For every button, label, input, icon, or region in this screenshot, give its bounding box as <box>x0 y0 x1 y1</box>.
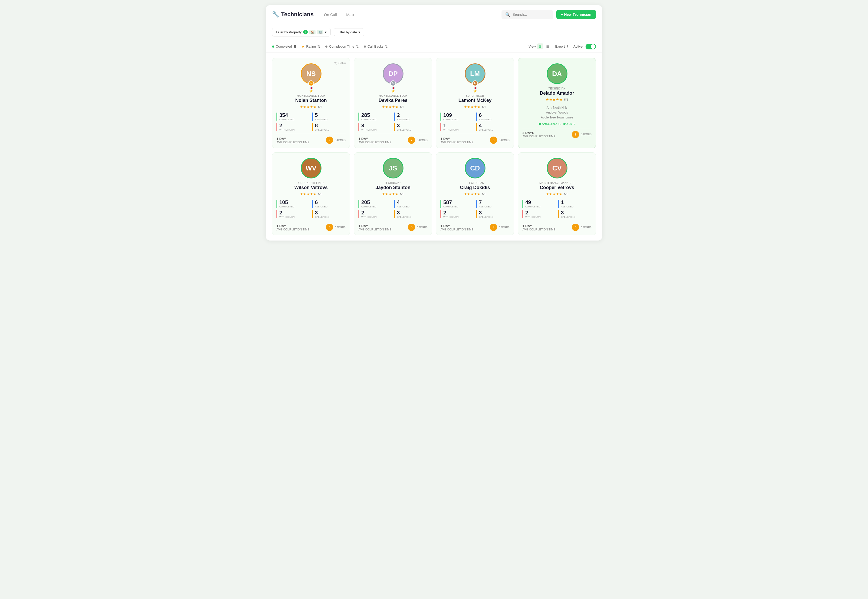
callbacks-bar <box>394 210 395 218</box>
completion-time-dot <box>325 45 328 48</box>
tech-card[interactable]: JS TECHNICIAN Jaydon Stanton ★★★★★ 5/5 2… <box>354 152 432 235</box>
completion-time-label: AVG COMPLETION TIME <box>277 228 309 231</box>
completed-value: 105 <box>279 200 295 205</box>
tech-card[interactable]: WV GROUNDSKEEPER Wilson Vetrovs ★★★★★ 5/… <box>272 152 350 235</box>
stat-assigned: 6 ASSIGNED <box>312 200 346 208</box>
stat-withdrawn: 2 WITHDRAWN <box>441 210 474 218</box>
withdrawn-bar <box>358 210 359 218</box>
completed-value: 354 <box>279 113 295 118</box>
badges-area: 7 BADGES <box>408 137 427 144</box>
withdrawn-label: WITHDRAWN <box>279 216 295 218</box>
rank-badge: 3st <box>472 80 478 86</box>
completed-label: COMPLETED <box>279 118 295 121</box>
tech-card[interactable]: Offline NS 1st 🎖️ MAINTENANCE TECH Nolan… <box>272 58 350 148</box>
stats-grid: 285 COMPLETED 2 ASSIGNED 3 WITHDRAWN <box>358 113 427 131</box>
completed-bar <box>522 200 523 208</box>
assigned-label: ASSIGNED <box>479 118 492 121</box>
stars-row: ★★★★★ 5/5 <box>522 98 591 102</box>
tech-card[interactable]: CD ELECTRICIAN Craig Dokidis ★★★★★ 5/5 5… <box>436 152 514 235</box>
tab-map[interactable]: Map <box>342 11 358 18</box>
export-button[interactable]: Export ⬇ <box>555 45 569 48</box>
avatar-area: CV <box>522 158 591 178</box>
avatar-area: LM 3st <box>441 63 510 84</box>
completion-time-value: 1 DAY <box>441 224 473 228</box>
avatar: DA <box>547 63 567 84</box>
completion-time-label: AVG COMPLETION TIME <box>441 228 473 231</box>
badges-label: BADGES <box>335 226 346 229</box>
stars-row: ★★★★★ 5/5 <box>358 105 427 109</box>
tab-on-call[interactable]: On Call <box>320 11 341 18</box>
tech-card[interactable]: LM 3st 🎖️ SUPERVISOR Lamont McKey ★★★★★ … <box>436 58 514 148</box>
withdrawn-value: 2 <box>443 210 459 215</box>
header-right: 🔍 + New Technician <box>501 10 596 19</box>
rating-label: 5/5 <box>482 105 486 108</box>
tech-card[interactable]: CV MAINTENANCE MANAGER Cooper Vetrovs ★★… <box>518 152 596 235</box>
withdrawn-bar <box>441 123 441 131</box>
filter-property-button[interactable]: Filter by Property 2 🏠 🏢 ▾ <box>272 28 331 36</box>
callbacks-value: 4 <box>479 123 493 128</box>
rating-label: 5/5 <box>318 105 322 108</box>
export-label: Export <box>555 45 565 48</box>
filter-date-button[interactable]: Filter by date ▾ <box>334 28 364 36</box>
tech-card[interactable]: DA TECHNICIAN Delado Amador ★★★★★ 5/5 Ar… <box>518 58 596 148</box>
withdrawn-value: 2 <box>361 210 376 215</box>
avatar: CV <box>547 158 567 178</box>
sort-callbacks[interactable]: Call Backs ⇅ <box>364 45 388 48</box>
completion-time-area: 1 DAY AVG COMPLETION TIME <box>522 224 555 231</box>
avatar-wrapper: DA <box>547 63 567 84</box>
avatar-wrapper: WV <box>301 158 322 178</box>
stat-callbacks: 8 CALLBACKS <box>312 123 346 131</box>
badge-count: 5 <box>408 224 415 231</box>
tech-card[interactable]: DP 2st 🎖️ MAINTENANCE TECH Devika Peres … <box>354 58 432 148</box>
sort-completion-time[interactable]: Completion Time ⇅ <box>325 45 359 48</box>
sort-rating[interactable]: ★ Rating ⇅ <box>302 45 320 48</box>
callbacks-label: CALLBACKS <box>397 216 412 218</box>
stat-withdrawn: 3 WITHDRAWN <box>358 123 392 131</box>
search-input[interactable] <box>512 12 550 17</box>
filter-property-count: 2 <box>303 30 308 35</box>
avatar: WV <box>301 158 322 178</box>
rating-label: 5/5 <box>318 193 322 196</box>
assigned-bar <box>558 200 559 208</box>
callbacks-value: 3 <box>479 210 493 215</box>
active-toggle[interactable] <box>585 44 596 50</box>
completion-time-value: 1 DAY <box>277 137 309 141</box>
callbacks-label: CALLBACKS <box>315 128 329 131</box>
new-technician-button[interactable]: + New Technician <box>556 10 596 19</box>
active-dot <box>539 123 541 125</box>
tech-name: Delado Amador <box>522 90 591 96</box>
view-grid-button[interactable]: ⊞ <box>537 44 543 50</box>
assigned-value: 1 <box>561 200 574 205</box>
withdrawn-value: 2 <box>525 210 540 215</box>
assigned-value: 6 <box>479 113 492 118</box>
stars-row: ★★★★★ 5/5 <box>441 105 510 109</box>
stat-callbacks: 3 CALLBACKS <box>476 210 510 218</box>
header: 🔧 Technicians On Call Map 🔍 + New Techni… <box>266 5 602 24</box>
completion-time-value: 1 DAY <box>522 224 555 228</box>
avatar-area: WV <box>277 158 346 178</box>
completed-bar <box>277 200 277 208</box>
avatar-area: NS 1st <box>277 63 346 84</box>
assigned-value: 2 <box>397 113 410 118</box>
stats-grid: 49 COMPLETED 1 ASSIGNED 2 WITHDRAWN <box>522 200 591 218</box>
view-list-button[interactable]: ☰ <box>545 44 551 50</box>
callbacks-label: CALLBACKS <box>479 128 493 131</box>
stat-assigned: 2 ASSIGNED <box>394 113 428 121</box>
avatar-area: JS <box>358 158 427 178</box>
filter-date-chevron: ▾ <box>358 30 360 34</box>
tech-name: Nolan Stanton <box>277 98 346 103</box>
withdrawn-bar <box>277 210 277 218</box>
withdrawn-bar <box>277 123 277 131</box>
sort-callbacks-arrow: ⇅ <box>385 45 388 48</box>
sort-completed[interactable]: Completed ⇅ <box>272 45 296 48</box>
completion-time-value: 1 DAY <box>358 224 391 228</box>
tech-role: MAINTENANCE TECH <box>277 95 346 97</box>
tech-role: SUPERVISOR <box>441 95 510 97</box>
callbacks-label: CALLBACKS <box>397 128 412 131</box>
assigned-value: 4 <box>397 200 410 205</box>
view-label: View <box>528 45 536 48</box>
tech-name: Jaydon Stanton <box>358 185 427 190</box>
withdrawn-bar <box>358 123 359 131</box>
sort-completion-time-label: Completion Time <box>329 45 354 48</box>
stat-assigned: 6 ASSIGNED <box>476 113 510 121</box>
